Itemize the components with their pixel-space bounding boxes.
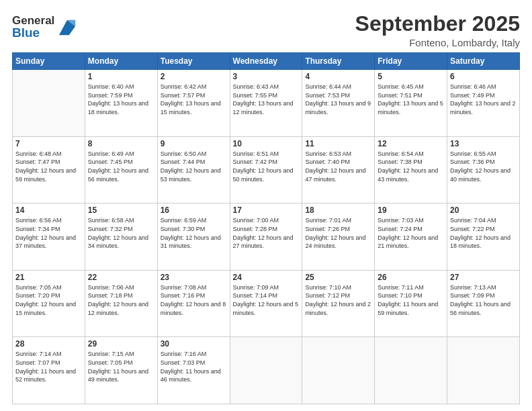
cell-info: Sunrise: 6:42 AMSunset: 7:57 PMDaylight:…: [161, 83, 227, 116]
table-row: 6Sunrise: 6:46 AMSunset: 7:49 PMDaylight…: [447, 70, 520, 137]
cell-info: Sunrise: 7:11 AMSunset: 7:10 PMDaylight:…: [378, 283, 444, 317]
day-number: 9: [161, 139, 227, 148]
table-row: 7Sunrise: 6:48 AMSunset: 7:47 PMDaylight…: [13, 136, 85, 203]
cell-info: Sunrise: 7:10 AMSunset: 7:12 PMDaylight:…: [305, 283, 371, 317]
table-row: 30Sunrise: 7:16 AMSunset: 7:03 PMDayligh…: [157, 337, 230, 404]
page: General Blue September 2025 Fonteno, Lom…: [0, 0, 532, 411]
day-number: 15: [88, 205, 154, 215]
day-number: 20: [450, 205, 517, 215]
table-row: 2Sunrise: 6:42 AMSunset: 7:57 PMDaylight…: [157, 70, 230, 137]
calendar-week-row: 7Sunrise: 6:48 AMSunset: 7:47 PMDaylight…: [13, 136, 520, 203]
cell-info: Sunrise: 7:00 AMSunset: 7:28 PMDaylight:…: [233, 216, 300, 250]
day-number: 24: [233, 273, 300, 282]
table-row: [447, 337, 520, 404]
calendar-header-row: Sunday Monday Tuesday Wednesday Thursday…: [13, 53, 520, 70]
table-row: 10Sunrise: 6:51 AMSunset: 7:42 PMDayligh…: [230, 136, 302, 203]
cell-info: Sunrise: 6:59 AMSunset: 7:30 PMDaylight:…: [161, 216, 227, 250]
cell-info: Sunrise: 7:09 AMSunset: 7:14 PMDaylight:…: [233, 283, 300, 317]
calendar-week-row: 21Sunrise: 7:05 AMSunset: 7:20 PMDayligh…: [13, 270, 520, 337]
table-row: 18Sunrise: 7:01 AMSunset: 7:26 PMDayligh…: [302, 203, 375, 271]
table-row: 14Sunrise: 6:56 AMSunset: 7:34 PMDayligh…: [13, 203, 85, 271]
table-row: 20Sunrise: 7:04 AMSunset: 7:22 PMDayligh…: [447, 203, 520, 271]
logo-text: General Blue: [12, 15, 77, 39]
location: Fonteno, Lombardy, Italy: [355, 37, 520, 48]
day-number: 13: [450, 139, 517, 148]
day-number: 30: [161, 339, 227, 349]
day-number: 1: [88, 72, 154, 81]
cell-info: Sunrise: 6:50 AMSunset: 7:44 PMDaylight:…: [161, 150, 227, 183]
day-number: 28: [15, 339, 82, 349]
cell-info: Sunrise: 7:05 AMSunset: 7:20 PMDaylight:…: [15, 283, 82, 317]
header: General Blue September 2025 Fonteno, Lom…: [12, 12, 520, 48]
day-number: 16: [161, 205, 227, 215]
table-row: 22Sunrise: 7:06 AMSunset: 7:18 PMDayligh…: [85, 270, 157, 337]
cell-info: Sunrise: 6:56 AMSunset: 7:34 PMDaylight:…: [15, 216, 82, 250]
day-number: 23: [161, 273, 227, 282]
day-number: 29: [88, 339, 154, 349]
table-row: 28Sunrise: 7:14 AMSunset: 7:07 PMDayligh…: [13, 337, 85, 404]
day-number: 3: [233, 72, 300, 81]
table-row: 23Sunrise: 7:08 AMSunset: 7:16 PMDayligh…: [157, 270, 230, 337]
table-row: [13, 70, 85, 137]
cell-info: Sunrise: 6:44 AMSunset: 7:53 PMDaylight:…: [305, 83, 371, 116]
table-row: 12Sunrise: 6:54 AMSunset: 7:38 PMDayligh…: [375, 136, 447, 203]
cell-info: Sunrise: 6:45 AMSunset: 7:51 PMDaylight:…: [378, 83, 444, 116]
table-row: 11Sunrise: 6:53 AMSunset: 7:40 PMDayligh…: [302, 136, 375, 203]
cell-info: Sunrise: 6:49 AMSunset: 7:45 PMDaylight:…: [88, 150, 154, 183]
table-row: 24Sunrise: 7:09 AMSunset: 7:14 PMDayligh…: [230, 270, 302, 337]
logo-blue: Blue: [12, 26, 40, 40]
cell-info: Sunrise: 7:15 AMSunset: 7:05 PMDaylight:…: [88, 350, 154, 383]
table-row: [375, 337, 447, 404]
table-row: 29Sunrise: 7:15 AMSunset: 7:05 PMDayligh…: [85, 337, 157, 404]
day-number: 14: [15, 205, 82, 215]
table-row: 25Sunrise: 7:10 AMSunset: 7:12 PMDayligh…: [302, 270, 375, 337]
day-number: 22: [88, 273, 154, 282]
cell-info: Sunrise: 6:40 AMSunset: 7:59 PMDaylight:…: [88, 83, 154, 116]
table-row: 19Sunrise: 7:03 AMSunset: 7:24 PMDayligh…: [375, 203, 447, 271]
table-row: [230, 337, 302, 404]
table-row: 1Sunrise: 6:40 AMSunset: 7:59 PMDaylight…: [85, 70, 157, 137]
table-row: 9Sunrise: 6:50 AMSunset: 7:44 PMDaylight…: [157, 136, 230, 203]
table-row: 27Sunrise: 7:13 AMSunset: 7:09 PMDayligh…: [447, 270, 520, 337]
table-row: 15Sunrise: 6:58 AMSunset: 7:32 PMDayligh…: [85, 203, 157, 271]
calendar-week-row: 1Sunrise: 6:40 AMSunset: 7:59 PMDaylight…: [13, 70, 520, 137]
day-number: 5: [378, 72, 444, 81]
header-wednesday: Wednesday: [230, 53, 302, 70]
cell-info: Sunrise: 6:58 AMSunset: 7:32 PMDaylight:…: [88, 216, 154, 250]
cell-info: Sunrise: 6:54 AMSunset: 7:38 PMDaylight:…: [378, 150, 444, 183]
day-number: 26: [378, 273, 444, 282]
table-row: 8Sunrise: 6:49 AMSunset: 7:45 PMDaylight…: [85, 136, 157, 203]
table-row: 13Sunrise: 6:55 AMSunset: 7:36 PMDayligh…: [447, 136, 520, 203]
header-friday: Friday: [375, 53, 447, 70]
cell-info: Sunrise: 7:14 AMSunset: 7:07 PMDaylight:…: [15, 350, 82, 383]
table-row: 26Sunrise: 7:11 AMSunset: 7:10 PMDayligh…: [375, 270, 447, 337]
day-number: 21: [15, 273, 82, 282]
day-number: 12: [378, 139, 444, 148]
logo: General Blue: [12, 15, 77, 39]
day-number: 11: [305, 139, 371, 148]
table-row: 21Sunrise: 7:05 AMSunset: 7:20 PMDayligh…: [13, 270, 85, 337]
table-row: [302, 337, 375, 404]
calendar-week-row: 28Sunrise: 7:14 AMSunset: 7:07 PMDayligh…: [13, 337, 520, 404]
cell-info: Sunrise: 6:51 AMSunset: 7:42 PMDaylight:…: [233, 150, 300, 183]
table-row: 16Sunrise: 6:59 AMSunset: 7:30 PMDayligh…: [157, 203, 230, 271]
cell-info: Sunrise: 7:04 AMSunset: 7:22 PMDaylight:…: [450, 216, 517, 250]
cell-info: Sunrise: 7:03 AMSunset: 7:24 PMDaylight:…: [378, 216, 444, 250]
cell-info: Sunrise: 7:08 AMSunset: 7:16 PMDaylight:…: [161, 283, 227, 317]
day-number: 25: [305, 273, 371, 282]
cell-info: Sunrise: 7:06 AMSunset: 7:18 PMDaylight:…: [88, 283, 154, 317]
cell-info: Sunrise: 6:46 AMSunset: 7:49 PMDaylight:…: [450, 83, 517, 116]
table-row: 4Sunrise: 6:44 AMSunset: 7:53 PMDaylight…: [302, 70, 375, 137]
table-row: 5Sunrise: 6:45 AMSunset: 7:51 PMDaylight…: [375, 70, 447, 137]
cell-info: Sunrise: 6:43 AMSunset: 7:55 PMDaylight:…: [233, 83, 300, 116]
cell-info: Sunrise: 6:53 AMSunset: 7:40 PMDaylight:…: [305, 150, 371, 183]
day-number: 7: [15, 139, 82, 148]
header-sunday: Sunday: [13, 53, 85, 70]
cell-info: Sunrise: 6:48 AMSunset: 7:47 PMDaylight:…: [15, 150, 82, 183]
calendar-week-row: 14Sunrise: 6:56 AMSunset: 7:34 PMDayligh…: [13, 203, 520, 271]
day-number: 10: [233, 139, 300, 148]
table-row: 17Sunrise: 7:00 AMSunset: 7:28 PMDayligh…: [230, 203, 302, 271]
day-number: 4: [305, 72, 371, 81]
calendar-table: Sunday Monday Tuesday Wednesday Thursday…: [12, 52, 520, 404]
cell-info: Sunrise: 7:01 AMSunset: 7:26 PMDaylight:…: [305, 216, 371, 250]
